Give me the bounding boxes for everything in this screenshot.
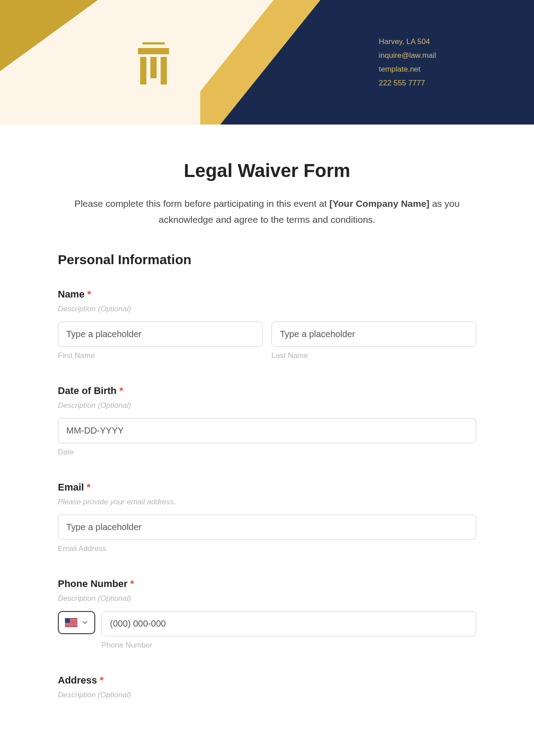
contact-info: Harvey, LA 504 inquire@law.mail template…: [379, 36, 436, 91]
field-group-address: Address * Description (Optional): [58, 675, 476, 700]
decorative-triangle-left: [0, 0, 98, 71]
chevron-down-icon: [82, 619, 88, 626]
field-group-phone: Phone Number * Description (Optional) Ph…: [58, 578, 476, 650]
svg-rect-2: [140, 57, 146, 84]
country-code-select[interactable]: [58, 611, 95, 634]
name-label: Name *: [58, 289, 476, 300]
required-asterisk: *: [119, 385, 123, 396]
us-flag-icon: [65, 618, 77, 627]
form-intro: Please complete this form before partici…: [58, 196, 476, 227]
field-group-name: Name * Description (Optional) First Name…: [58, 289, 476, 360]
name-label-text: Name: [58, 289, 85, 300]
required-asterisk: *: [87, 482, 91, 493]
required-asterisk: *: [130, 578, 134, 589]
dob-sublabel: Date: [58, 448, 476, 457]
svg-rect-4: [161, 57, 167, 84]
dob-label-text: Date of Birth: [58, 385, 117, 396]
svg-rect-3: [150, 57, 157, 78]
field-group-email: Email * Please provide your email addres…: [58, 482, 476, 553]
dob-label: Date of Birth *: [58, 385, 476, 397]
section-heading-personal: Personal Information: [58, 252, 476, 267]
address-description: Description (Optional): [58, 691, 476, 700]
email-input[interactable]: [58, 515, 476, 540]
name-description: Description (Optional): [58, 305, 476, 314]
svg-rect-0: [142, 42, 165, 44]
first-name-input[interactable]: [58, 322, 263, 347]
last-name-input[interactable]: [271, 322, 476, 347]
form-container: Legal Waiver Form Please complete this f…: [0, 125, 534, 751]
phone-input[interactable]: [101, 611, 476, 636]
email-label: Email *: [58, 482, 476, 493]
email-description: Please provide your email address.: [58, 498, 476, 507]
svg-rect-1: [138, 48, 169, 54]
address-label-text: Address: [58, 675, 97, 686]
required-asterisk: *: [87, 289, 91, 300]
form-title: Legal Waiver Form: [58, 160, 476, 181]
address-label: Address *: [58, 675, 476, 686]
company-name-placeholder: [Your Company Name]: [329, 198, 429, 209]
contact-address: Harvey, LA 504: [379, 36, 436, 48]
first-name-sublabel: First Name: [58, 351, 263, 360]
header-banner: Harvey, LA 504 inquire@law.mail template…: [0, 0, 534, 125]
phone-description: Description (Optional): [58, 594, 476, 603]
contact-email: inquire@law.mail: [379, 49, 436, 62]
contact-phone: 222 555 7777: [379, 77, 436, 90]
dob-description: Description (Optional): [58, 401, 476, 410]
phone-sublabel: Phone Number: [101, 641, 476, 650]
phone-label-text: Phone Number: [58, 578, 127, 589]
field-group-dob: Date of Birth * Description (Optional) D…: [58, 385, 476, 457]
required-asterisk: *: [100, 675, 104, 686]
email-label-text: Email: [58, 482, 84, 493]
email-sublabel: Email Address: [58, 544, 476, 553]
contact-website: template.net: [379, 63, 436, 76]
logo-icon: [129, 38, 178, 91]
phone-label: Phone Number *: [58, 578, 476, 590]
intro-prefix: Please complete this form before partici…: [74, 198, 329, 209]
last-name-sublabel: Last Name: [271, 351, 476, 360]
dob-input[interactable]: [58, 418, 476, 443]
